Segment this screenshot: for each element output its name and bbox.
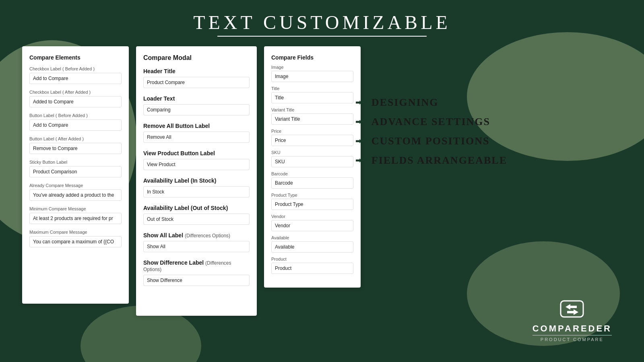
left-field-group-7: Maximum Compare Message <box>29 230 122 247</box>
compare-elements-title: Compare Elements <box>29 54 122 61</box>
right-field-label-8: Available <box>271 235 353 240</box>
left-field-input-7[interactable] <box>29 236 122 247</box>
compare-fields-card: Compare Fields ImageTitleVariant TitlePr… <box>264 46 361 288</box>
left-field-input-4[interactable] <box>29 166 122 177</box>
middle-field-input-5[interactable] <box>143 214 250 225</box>
left-field-label-2: Button Label ( Before Added ) <box>29 113 122 118</box>
right-field-input-8[interactable] <box>271 241 353 253</box>
logo-icon <box>557 297 586 321</box>
right-field-label-2: Variant Title <box>271 107 353 112</box>
left-field-input-6[interactable] <box>29 213 122 224</box>
left-field-label-7: Maximum Compare Message <box>29 230 122 234</box>
logo-area: Compareder Product Compare <box>533 297 612 342</box>
middle-field-input-2[interactable] <box>143 132 250 143</box>
right-field-input-1[interactable] <box>271 92 353 103</box>
right-fields-container: ImageTitleVariant TitlePriceSKUBarcodePr… <box>271 65 353 275</box>
features-container: ➡➡Designing➡➡Advance Settings➡➡Custom Po… <box>355 97 507 167</box>
right-field-input-6[interactable] <box>271 199 353 210</box>
left-field-group-2: Button Label ( Before Added ) <box>29 113 122 131</box>
middle-sections-container: Header TitleLoader TextRemove All Button… <box>143 68 250 288</box>
compare-modal-card: Compare Modal Header TitleLoader TextRem… <box>136 46 257 316</box>
middle-heading-5: Availability Label (Out of Stock) <box>143 205 250 211</box>
compare-elements-card: Compare Elements Checkbox Label ( Before… <box>22 46 129 304</box>
compare-fields-title: Compare Fields <box>271 54 353 61</box>
feature-text-1: Advance Settings <box>372 116 490 128</box>
left-field-label-5: Already Compare Message <box>29 183 122 188</box>
middle-heading-2: Remove All Button Label <box>143 123 250 129</box>
middle-heading-1: Loader Text <box>143 95 250 102</box>
left-field-group-6: Minimum Compare Message <box>29 206 122 224</box>
feature-text-3: Fields Arrangeable <box>372 154 507 167</box>
right-field-input-2[interactable] <box>271 113 353 125</box>
compare-modal-title: Compare Modal <box>143 54 250 62</box>
feature-arrow-icon-3: ➡➡ <box>355 156 367 165</box>
page-title-area: Text Customizable <box>0 11 644 37</box>
logo-name: Compareder <box>533 323 612 334</box>
right-field-label-1: Title <box>271 86 353 91</box>
left-field-label-6: Minimum Compare Message <box>29 206 122 211</box>
left-field-label-1: Checkbox Label ( After Added ) <box>29 90 122 95</box>
middle-heading-4: Availability Label (In Stock) <box>143 177 250 184</box>
middle-field-input-1[interactable] <box>143 104 250 115</box>
left-field-input-5[interactable] <box>29 189 122 201</box>
left-field-group-4: Sticky Button Label <box>29 160 122 177</box>
left-field-group-5: Already Compare Message <box>29 183 122 201</box>
middle-field-input-6[interactable] <box>143 241 250 252</box>
middle-field-input-7[interactable] <box>143 275 250 286</box>
feature-text-0: Designing <box>372 97 439 109</box>
feature-arrow-icon-2: ➡➡ <box>355 137 367 146</box>
middle-heading-6: Show All Label (Differences Options) <box>143 232 250 239</box>
left-field-group-3: Button Label ( After Added ) <box>29 136 122 154</box>
left-field-group-0: Checkbox Label ( Before Added ) <box>29 66 122 84</box>
middle-heading-3: View Product Button Label <box>143 150 250 156</box>
left-field-group-1: Checkbox Label ( After Added ) <box>29 90 122 107</box>
middle-heading-0: Header Title <box>143 68 250 74</box>
logo-sub: Product Compare <box>533 335 612 342</box>
feature-item-3: ➡➡Fields Arrangeable <box>355 154 507 167</box>
page-title: Text Customizable <box>0 11 644 33</box>
middle-heading-7: Show Difference Label (Differences Optio… <box>143 259 250 272</box>
right-field-input-3[interactable] <box>271 135 353 146</box>
right-field-input-7[interactable] <box>271 220 353 231</box>
middle-field-input-3[interactable] <box>143 159 250 170</box>
middle-field-input-0[interactable] <box>143 77 250 88</box>
feature-arrow-icon-0: ➡➡ <box>355 98 367 107</box>
left-field-input-1[interactable] <box>29 96 122 107</box>
right-field-label-3: Price <box>271 129 353 134</box>
right-field-label-0: Image <box>271 65 353 70</box>
feature-text-2: Custom Positions <box>372 135 490 147</box>
right-field-label-6: Product Type <box>271 193 353 197</box>
right-field-label-9: Product <box>271 257 353 261</box>
right-field-input-4[interactable] <box>271 156 353 167</box>
left-field-input-0[interactable] <box>29 73 122 84</box>
feature-item-0: ➡➡Designing <box>355 97 507 109</box>
svg-rect-0 <box>561 301 583 317</box>
left-field-label-0: Checkbox Label ( Before Added ) <box>29 66 122 71</box>
feature-item-1: ➡➡Advance Settings <box>355 116 507 128</box>
feature-item-2: ➡➡Custom Positions <box>355 135 507 147</box>
left-field-label-4: Sticky Button Label <box>29 160 122 165</box>
right-field-label-7: Vendor <box>271 214 353 219</box>
left-field-input-3[interactable] <box>29 143 122 154</box>
title-underline <box>217 36 427 37</box>
left-fields-container: Checkbox Label ( Before Added )Checkbox … <box>29 66 122 247</box>
features-list: ➡➡Designing➡➡Advance Settings➡➡Custom Po… <box>355 97 507 174</box>
left-field-input-2[interactable] <box>29 119 122 131</box>
feature-arrow-icon-1: ➡➡ <box>355 117 367 126</box>
right-field-input-0[interactable] <box>271 71 353 82</box>
left-field-label-3: Button Label ( After Added ) <box>29 136 122 141</box>
middle-field-input-4[interactable] <box>143 186 250 197</box>
right-field-input-9[interactable] <box>271 263 353 274</box>
cards-area: Compare Elements Checkbox Label ( Before… <box>22 46 361 316</box>
right-field-label-5: Barcode <box>271 171 353 176</box>
right-field-label-4: SKU <box>271 150 353 155</box>
right-field-input-5[interactable] <box>271 177 353 189</box>
